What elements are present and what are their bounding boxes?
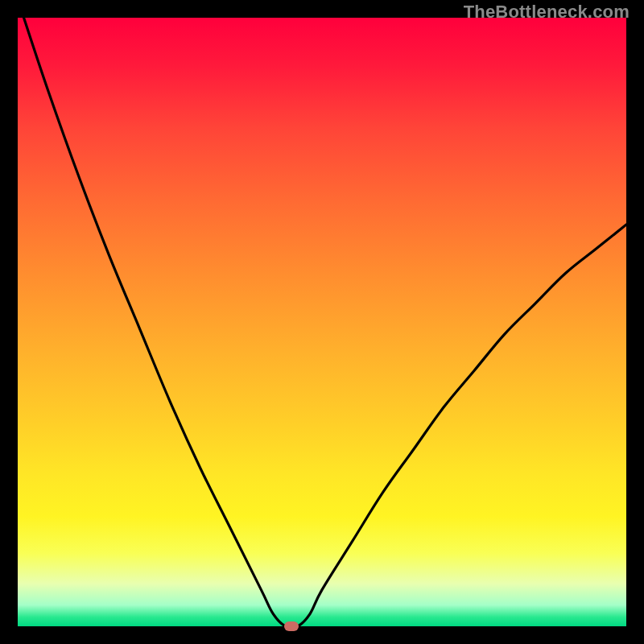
bottleneck-curve bbox=[18, 18, 626, 626]
chart-frame: TheBottleneck.com bbox=[0, 0, 644, 644]
plot-area bbox=[18, 18, 626, 626]
optimal-marker bbox=[284, 621, 299, 631]
watermark-text: TheBottleneck.com bbox=[464, 2, 630, 23]
